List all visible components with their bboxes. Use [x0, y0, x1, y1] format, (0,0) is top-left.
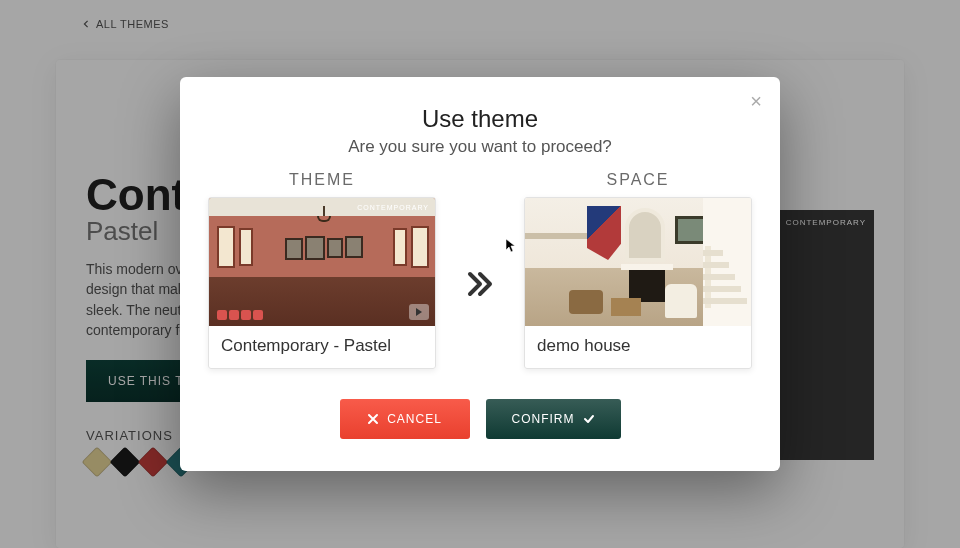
cancel-button[interactable]: CANCEL: [340, 399, 470, 439]
space-thumbnail: [525, 198, 752, 326]
theme-card: CONTEMPORARY Contemporary - Pastel: [208, 197, 436, 369]
confirm-button-label: CONFIRM: [512, 412, 575, 426]
thumbnail-toolbar-icons: [217, 310, 263, 320]
modal-title: Use theme: [216, 105, 744, 133]
theme-thumbnail: CONTEMPORARY: [209, 198, 436, 326]
theme-column: THEME CONTEMPORARY: [208, 171, 436, 369]
theme-column-label: THEME: [289, 171, 355, 189]
theme-thumbnail-tag: CONTEMPORARY: [357, 204, 429, 211]
theme-card-label: Contemporary - Pastel: [209, 326, 435, 368]
use-theme-modal: × Use theme Are you sure you want to pro…: [180, 77, 780, 471]
arrow-right-icon: [464, 268, 496, 300]
space-column: SPACE: [524, 171, 752, 369]
check-icon: [583, 413, 595, 425]
x-icon: [367, 413, 379, 425]
play-icon[interactable]: [409, 304, 429, 320]
modal-actions: CANCEL CONFIRM: [216, 399, 744, 439]
space-card-label: demo house: [525, 326, 751, 368]
confirm-button[interactable]: CONFIRM: [486, 399, 621, 439]
modal-overlay: × Use theme Are you sure you want to pro…: [0, 0, 960, 548]
modal-subtitle: Are you sure you want to proceed?: [216, 137, 744, 157]
space-card: demo house: [524, 197, 752, 369]
modal-columns: THEME CONTEMPORARY: [216, 171, 744, 369]
space-column-label: SPACE: [606, 171, 669, 189]
cancel-button-label: CANCEL: [387, 412, 442, 426]
close-icon[interactable]: ×: [750, 91, 762, 111]
